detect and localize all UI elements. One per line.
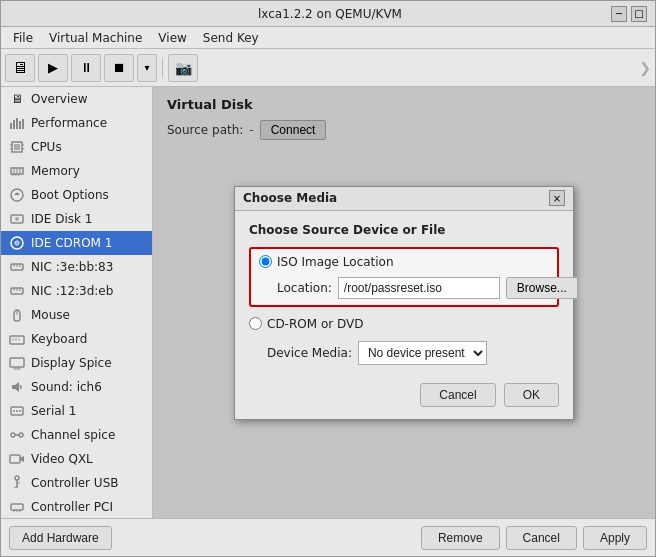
pause-icon: ⏸ (80, 60, 93, 75)
sidebar-item-sound[interactable]: Sound: ich6 (1, 375, 152, 399)
ide-disk-icon (9, 211, 25, 227)
maximize-button[interactable]: □ (631, 6, 647, 22)
main-window: lxca1.2.2 on QEMU/KVM − □ File Virtual M… (0, 0, 656, 557)
modal-overlay: Choose Media × Choose Source Device or F… (153, 87, 655, 518)
browse-button[interactable]: Browse... (506, 277, 578, 299)
pci-icon (9, 499, 25, 515)
sidebar-label-ide-disk1: IDE Disk 1 (31, 212, 92, 226)
toolbar-play-button[interactable]: ▶ (38, 54, 68, 82)
sidebar-item-controller-pci[interactable]: Controller PCI (1, 495, 152, 518)
sidebar-item-ide-cdrom1[interactable]: IDE CDROM 1 (1, 231, 152, 255)
dropdown-icon: ▾ (144, 62, 149, 73)
keyboard-icon (9, 331, 25, 347)
remove-button[interactable]: Remove (421, 526, 500, 550)
main-panel: Virtual Disk Source path: - Connect Choo… (153, 87, 655, 518)
sidebar-item-performance[interactable]: Performance (1, 111, 152, 135)
modal-titlebar: Choose Media × (235, 187, 573, 211)
sidebar-item-keyboard[interactable]: Keyboard (1, 327, 152, 351)
toolbar: 🖥 ▶ ⏸ ⏹ ▾ 📷 ❯ (1, 49, 655, 87)
svg-rect-0 (10, 123, 12, 129)
sidebar-label-overview: Overview (31, 92, 88, 106)
add-hardware-button[interactable]: Add Hardware (9, 526, 112, 550)
sidebar-label-video-qxl: Video QXL (31, 452, 93, 466)
cd-option-label: CD-ROM or DVD (267, 317, 363, 331)
iso-radio[interactable] (259, 255, 272, 268)
toolbar-screenshot-button[interactable]: 📷 (168, 54, 198, 82)
sidebar-label-mouse: Mouse (31, 308, 70, 322)
sidebar: 🖥 Overview Performance CPUs Memory (1, 87, 153, 518)
cpu-icon (9, 139, 25, 155)
device-media-select[interactable]: No device present (358, 341, 487, 365)
device-media-row: Device Media: No device present (249, 341, 559, 365)
svg-rect-1 (13, 120, 15, 129)
menu-view[interactable]: View (150, 29, 194, 46)
location-input[interactable] (338, 277, 500, 299)
svg-rect-6 (14, 144, 20, 150)
svg-point-47 (11, 433, 15, 437)
sidebar-label-memory: Memory (31, 164, 80, 178)
svg-point-48 (19, 433, 23, 437)
window-title: lxca1.2.2 on QEMU/KVM (49, 7, 611, 21)
sidebar-item-nic1[interactable]: NIC :3e:bb:83 (1, 255, 152, 279)
toolbar-separator (162, 57, 163, 79)
svg-point-21 (17, 219, 18, 220)
toolbar-right-icon: ❯ (639, 60, 651, 76)
location-row: Location: Browse... (259, 277, 549, 299)
svg-point-24 (16, 242, 18, 244)
sidebar-label-ide-cdrom1: IDE CDROM 1 (31, 236, 112, 250)
sidebar-item-display-spice[interactable]: Display Spice (1, 351, 152, 375)
sidebar-label-sound: Sound: ich6 (31, 380, 102, 394)
svg-rect-38 (10, 358, 24, 367)
choose-media-dialog: Choose Media × Choose Source Device or F… (234, 186, 574, 420)
device-media-label: Device Media: (267, 346, 352, 360)
toolbar-monitor-button[interactable]: 🖥 (5, 54, 35, 82)
modal-section-title: Choose Source Device or File (249, 223, 559, 237)
apply-button[interactable]: Apply (583, 526, 647, 550)
channel-icon (9, 427, 25, 443)
toolbar-dropdown-button[interactable]: ▾ (137, 54, 157, 82)
svg-rect-50 (10, 455, 20, 463)
sidebar-item-boot-options[interactable]: Boot Options (1, 183, 152, 207)
sidebar-item-mouse[interactable]: Mouse (1, 303, 152, 327)
cd-option-row: CD-ROM or DVD (249, 317, 559, 331)
toolbar-stop-button[interactable]: ⏹ (104, 54, 134, 82)
sidebar-label-nic2: NIC :12:3d:eb (31, 284, 113, 298)
sidebar-item-channel-spice[interactable]: Channel spice (1, 423, 152, 447)
toolbar-pause-button[interactable]: ⏸ (71, 54, 101, 82)
boot-icon (9, 187, 25, 203)
monitor-icon: 🖥 (12, 58, 28, 77)
sidebar-label-controller-pci: Controller PCI (31, 500, 113, 514)
content-area: 🖥 Overview Performance CPUs Memory (1, 87, 655, 518)
sidebar-label-boot-options: Boot Options (31, 188, 109, 202)
sidebar-item-overview[interactable]: 🖥 Overview (1, 87, 152, 111)
modal-title: Choose Media (243, 191, 337, 205)
screenshot-icon: 📷 (175, 60, 192, 76)
sidebar-label-display-spice: Display Spice (31, 356, 112, 370)
sidebar-item-video-qxl[interactable]: Video QXL (1, 447, 152, 471)
sidebar-label-keyboard: Keyboard (31, 332, 87, 346)
minimize-button[interactable]: − (611, 6, 627, 22)
svg-point-52 (15, 476, 19, 480)
sidebar-item-memory[interactable]: Memory (1, 159, 152, 183)
menu-virtual-machine[interactable]: Virtual Machine (41, 29, 150, 46)
sidebar-item-cpus[interactable]: CPUs (1, 135, 152, 159)
modal-cancel-button[interactable]: Cancel (420, 383, 495, 407)
sidebar-item-serial1[interactable]: Serial 1 (1, 399, 152, 423)
modal-ok-button[interactable]: OK (504, 383, 559, 407)
memory-icon (9, 163, 25, 179)
menu-send-key[interactable]: Send Key (195, 29, 267, 46)
display-icon (9, 355, 25, 371)
play-icon: ▶ (48, 60, 58, 75)
sidebar-item-controller-usb[interactable]: Controller USB (1, 471, 152, 495)
menu-file[interactable]: File (5, 29, 41, 46)
location-label: Location: (277, 281, 332, 295)
sidebar-item-ide-disk1[interactable]: IDE Disk 1 (1, 207, 152, 231)
cd-radio[interactable] (249, 317, 262, 330)
sidebar-label-cpus: CPUs (31, 140, 62, 154)
svg-point-45 (16, 410, 18, 412)
sidebar-label-serial1: Serial 1 (31, 404, 76, 418)
modal-close-button[interactable]: × (549, 190, 565, 206)
svg-rect-56 (11, 504, 23, 510)
sidebar-item-nic2[interactable]: NIC :12:3d:eb (1, 279, 152, 303)
cancel-button[interactable]: Cancel (506, 526, 577, 550)
